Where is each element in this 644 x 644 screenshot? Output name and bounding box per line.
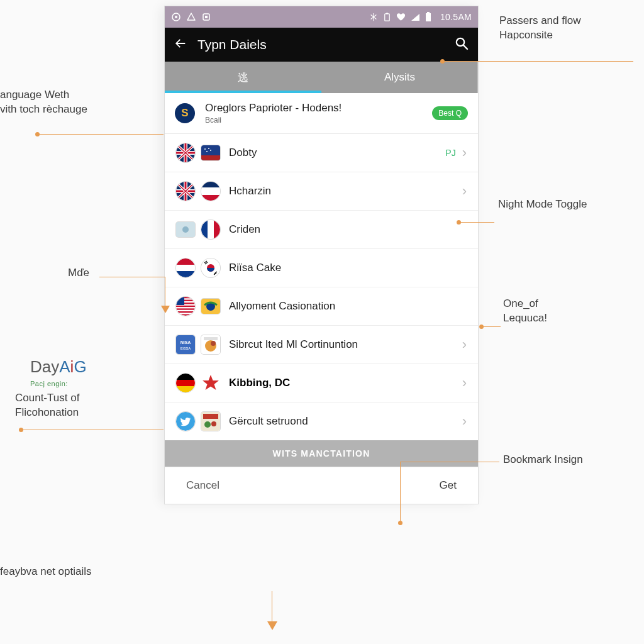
logo-dayaig: DayAiG Pacj engin:: [30, 356, 87, 389]
callout-leader: [38, 134, 164, 135]
list-item[interactable]: Riïsa Cake: [165, 249, 478, 287]
svg-point-1: [175, 16, 177, 18]
battery-icon: [425, 12, 431, 22]
svg-rect-43: [176, 314, 195, 316]
callout-leader: [483, 326, 501, 327]
svg-marker-58: [203, 375, 219, 390]
flag-uk-icon: [176, 182, 195, 201]
row-label: Criden: [229, 223, 467, 236]
svg-rect-3: [205, 16, 208, 18]
svg-rect-7: [427, 12, 430, 13]
bluetooth-icon: [369, 13, 378, 21]
best-badge: Best Q: [432, 106, 468, 120]
flag-icon: [201, 145, 220, 160]
row-label: Hcharzin: [229, 185, 462, 197]
row-tail-text: PJ: [445, 148, 455, 158]
row-label: Kibbing, DC: [229, 377, 462, 389]
row-label: Allyoment Casionation: [229, 300, 467, 313]
svg-rect-41: [176, 308, 195, 309]
list-item[interactable]: Allyoment Casionation: [165, 287, 478, 326]
callout-leader: [400, 462, 401, 522]
phone-screen: 10.5AM Typn Daiels 逃 Alysits S Oreglors …: [165, 6, 478, 504]
flag-icon: [201, 335, 220, 354]
svg-point-52: [211, 341, 216, 346]
star-icon: [201, 374, 220, 392]
callout-mde: Mďe: [68, 266, 89, 280]
list-item[interactable]: Kibbing, DC ›: [165, 364, 478, 402]
svg-text:NISA: NISA: [180, 340, 191, 345]
callout-dot: [440, 59, 445, 64]
tab-icon: 逃: [238, 70, 248, 85]
svg-rect-22: [201, 220, 208, 239]
featured-avatar: S: [175, 103, 195, 123]
chevron-right-icon: ›: [462, 375, 467, 391]
row-label: Sibrcut Ited Ml Cortinuntion: [229, 338, 462, 351]
flag-netherlands-icon: [176, 258, 195, 277]
svg-rect-61: [203, 414, 218, 419]
svg-point-16: [210, 150, 211, 151]
search-button[interactable]: [454, 36, 469, 53]
section-header: WITS MANCTAITION: [165, 440, 478, 467]
svg-rect-24: [214, 220, 220, 239]
arrowhead-icon: [161, 306, 170, 313]
svg-rect-44: [176, 297, 184, 305]
callout-leader: [272, 591, 272, 624]
svg-rect-12: [201, 155, 220, 160]
svg-line-9: [464, 45, 467, 49]
get-button[interactable]: Get: [436, 479, 460, 492]
callout-passers: Passers and flowHapconsite: [499, 14, 580, 43]
row-label: Riïsa Cake: [229, 262, 467, 274]
list-item[interactable]: Criden: [165, 211, 478, 249]
list-item[interactable]: Gërcult setruond ›: [165, 402, 478, 440]
chevron-right-icon: ›: [462, 145, 467, 161]
callout-leader: [460, 222, 494, 223]
svg-rect-55: [176, 374, 195, 380]
row-label: Gërcult setruond: [229, 415, 462, 428]
callout-leader: [400, 462, 499, 462]
svg-rect-6: [426, 13, 431, 21]
callout-count: Count-Tust ofFlicohonation: [15, 391, 79, 420]
flag-korea-icon: [201, 258, 220, 277]
featured-row[interactable]: S Oreglors Paprioter - Hodens! Bcaii Bes…: [165, 93, 478, 134]
warning-icon: [186, 12, 196, 22]
callout-leader: [23, 430, 164, 430]
flag-icon: [176, 222, 195, 237]
svg-rect-40: [176, 306, 195, 307]
svg-point-13: [204, 148, 206, 150]
flag-uk-icon: [176, 143, 195, 162]
callout-leader: [445, 61, 633, 62]
twitter-icon: [176, 412, 195, 431]
badge-icon: NISAEGSA: [176, 335, 195, 354]
svg-rect-26: [176, 258, 195, 265]
flag-germany-icon: [176, 374, 195, 392]
featured-title: Oreglors Paprioter - Hodens!: [205, 102, 432, 114]
thumbnail-icon: [201, 412, 220, 431]
svg-rect-47: [176, 335, 195, 354]
arrowhead-icon: [267, 621, 277, 630]
row-label: Dobty: [229, 147, 445, 159]
svg-rect-37: [176, 297, 195, 298]
svg-rect-4: [385, 13, 390, 20]
svg-rect-56: [176, 380, 195, 386]
svg-rect-42: [176, 311, 195, 313]
featured-subtitle: Bcaii: [205, 116, 432, 125]
page-title: Typn Daiels: [197, 37, 454, 52]
callout-night-mode: Night Mode Toggle: [498, 197, 587, 212]
back-button[interactable]: [174, 36, 187, 53]
list-item[interactable]: Dobty PJ ›: [165, 134, 478, 172]
svg-point-63: [211, 421, 216, 426]
callout-dot: [398, 521, 402, 525]
svg-rect-23: [208, 220, 214, 239]
svg-rect-57: [176, 386, 195, 392]
tab-alysits[interactable]: Alysits: [321, 62, 478, 93]
chevron-right-icon: ›: [462, 413, 467, 430]
callout-leader: [165, 277, 165, 309]
tab-label: Alysits: [384, 71, 415, 84]
tab-recent[interactable]: 逃: [165, 62, 321, 93]
svg-rect-5: [386, 13, 388, 14]
list: S Oreglors Paprioter - Hodens! Bcaii Bes…: [165, 93, 478, 504]
list-item[interactable]: Hcharzin ›: [165, 172, 478, 211]
cancel-button[interactable]: Cancel: [182, 479, 223, 492]
callout-one-of: One_ofLequuca!: [503, 297, 547, 326]
list-item[interactable]: NISAEGSA Sibrcut Ited Ml Cortinuntion ›: [165, 326, 478, 364]
